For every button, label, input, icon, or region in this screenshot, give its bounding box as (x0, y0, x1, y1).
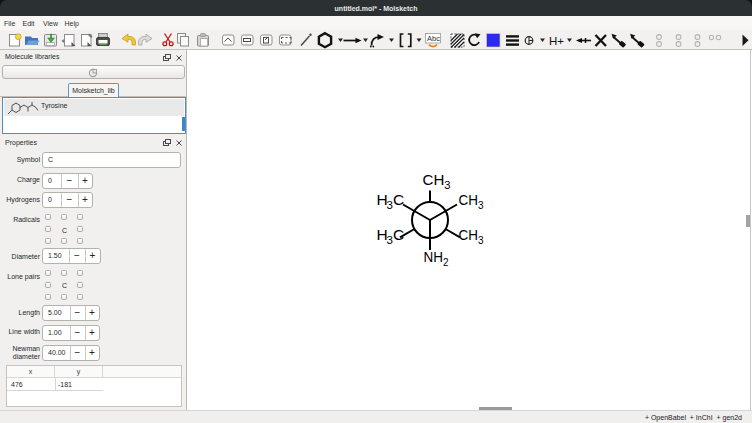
svg-text:3: 3 (387, 234, 393, 246)
svg-text:Abc: Abc (427, 34, 440, 43)
svg-text:NH2: NH2 (424, 248, 449, 268)
svg-text:H+: H+ (549, 35, 564, 47)
svg-text:3: 3 (387, 199, 393, 211)
svg-text:CH3: CH3 (459, 226, 484, 246)
svg-text:C: C (393, 226, 404, 243)
svg-text:CH3: CH3 (423, 171, 451, 191)
svg-text:C: C (393, 191, 404, 208)
svg-text:CH3: CH3 (459, 191, 484, 211)
